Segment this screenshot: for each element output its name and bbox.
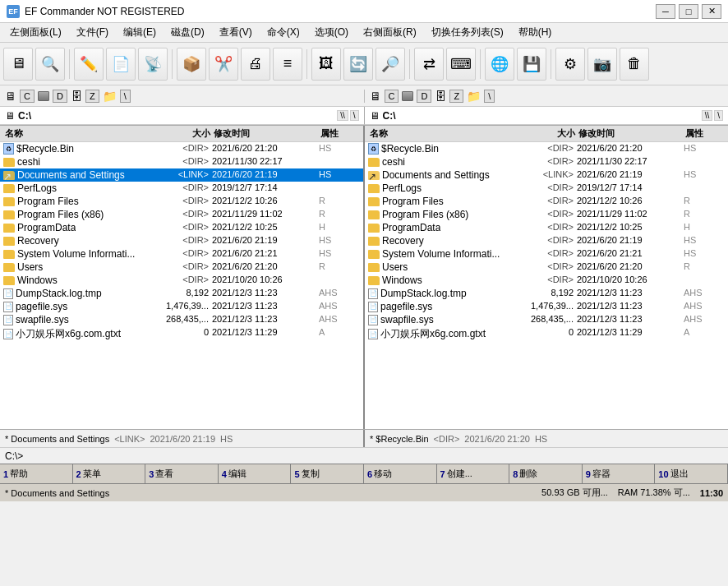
right-drive-d[interactable]: D (417, 90, 431, 103)
fkey-label: 创建... (447, 468, 472, 480)
file-row[interactable]: 📄pagefile.sys1,476,39...2021/12/3 11:23A… (0, 300, 363, 313)
file-row[interactable]: 📄swapfile.sys268,435,...2021/12/3 11:23A… (365, 313, 728, 326)
left-status-link: <LINK> (114, 434, 145, 444)
fkey-3[interactable]: 3查看 (145, 464, 219, 483)
file-row[interactable]: ceshi<DIR>2021/11/30 22:17 (365, 155, 728, 168)
right-panel-header[interactable]: 名称 大小 修改时间 属性 (365, 126, 728, 142)
file-row[interactable]: Program Files (x86)<DIR>2021/11/29 11:02… (0, 208, 363, 221)
path-status-text: C:\> (5, 450, 23, 462)
file-row[interactable]: Users<DIR>2021/6/20 21:20R (365, 261, 728, 274)
fkey-1[interactable]: 1帮助 (0, 464, 73, 483)
fkey-8[interactable]: 8删除 (509, 464, 583, 483)
file-size-cell: 268,435,... (146, 314, 212, 325)
file-name-cell: 📄小刀娱乐网x6g.com.gtxt (3, 327, 146, 341)
toolbar-btn-search[interactable]: 🔍 (35, 48, 65, 81)
toolbar-btn-compare[interactable]: ⇄ (414, 48, 444, 81)
file-icon: 📄 (3, 288, 13, 299)
file-row[interactable]: Recovery<DIR>2021/6/20 21:19HS (365, 234, 728, 247)
file-row[interactable]: Program Files<DIR>2021/12/2 10:26R (0, 195, 363, 208)
file-row[interactable]: System Volume Informati...<DIR>2021/6/20… (0, 247, 363, 261)
menu-item-command[interactable]: 命令(X) (260, 24, 306, 41)
toolbar-btn-terminal[interactable]: ⌨ (446, 48, 476, 81)
toolbar-btn-new-file[interactable]: 📄 (106, 48, 136, 81)
fkey-5[interactable]: 5复制 (291, 464, 364, 483)
file-row[interactable]: Windows<DIR>2021/10/20 10:26 (365, 274, 728, 287)
right-nav-up[interactable]: \ (714, 110, 723, 121)
file-row[interactable]: 📄小刀娱乐网x6g.com.gtxt02021/12/3 11:29A (365, 326, 728, 342)
file-size-cell: <DIR> (146, 248, 212, 260)
toolbar-btn-refresh[interactable]: 🔄 (343, 48, 373, 81)
file-attr-cell: R (684, 209, 725, 220)
toolbar-btn-edit[interactable]: ✏️ (74, 48, 104, 81)
right-drive-z[interactable]: Z (449, 90, 463, 103)
file-date-cell: 2021/6/20 21:19 (212, 169, 319, 181)
file-row[interactable]: ProgramData<DIR>2021/12/2 10:25H (365, 221, 728, 234)
file-row[interactable]: ↗Documents and Settings<LINK>2021/6/20 2… (365, 168, 728, 182)
toolbar-btn-settings[interactable]: ⚙ (555, 48, 585, 81)
menu-item-help[interactable]: 帮助(H) (512, 24, 559, 41)
left-drive-c[interactable]: C (20, 90, 35, 103)
fkey-7[interactable]: 7创建... (437, 464, 510, 483)
file-row[interactable]: Program Files (x86)<DIR>2021/11/29 11:02… (365, 208, 728, 221)
toolbar-btn-preview[interactable]: 🖼 (311, 48, 341, 81)
menu-item-view[interactable]: 查看(V) (213, 24, 259, 41)
right-drive-backslash[interactable]: \ (484, 90, 495, 103)
file-row[interactable]: ♻$Recycle.Bin<DIR>2021/6/20 21:20HS (0, 142, 363, 155)
menu-item-file[interactable]: 文件(F) (70, 24, 115, 41)
file-row[interactable]: Windows<DIR>2021/10/20 10:26 (0, 274, 363, 287)
fkey-4[interactable]: 4编辑 (219, 464, 292, 483)
file-row[interactable]: ↗Documents and Settings<LINK>2021/6/20 2… (0, 168, 363, 182)
file-row[interactable]: 📄DumpStack.log.tmp8,1922021/12/3 11:23AH… (0, 287, 363, 300)
file-row[interactable]: PerfLogs<DIR>2019/12/7 17:14 (365, 182, 728, 195)
left-drive-d[interactable]: D (53, 90, 67, 103)
folder-icon (368, 158, 380, 167)
menu-item-right-panel[interactable]: 右侧面板(R) (357, 24, 423, 41)
file-row[interactable]: System Volume Informati...<DIR>2021/6/20… (365, 247, 728, 261)
file-row[interactable]: Recovery<DIR>2021/6/20 21:19HS (0, 234, 363, 247)
left-nav-root[interactable]: \\ (337, 110, 348, 121)
toolbar-btn-save[interactable]: 💾 (517, 48, 546, 81)
toolbar-btn-archive[interactable]: 📦 (177, 48, 206, 81)
fkey-9[interactable]: 9容器 (583, 464, 656, 483)
file-date-cell: 2021/10/20 10:26 (577, 275, 684, 286)
minimize-button[interactable]: ─ (656, 4, 675, 19)
recycle-icon: ♻ (3, 143, 14, 155)
right-nav-root[interactable]: \\ (702, 110, 713, 121)
toolbar-btn-print[interactable]: 🖨 (241, 48, 270, 81)
close-button[interactable]: ✕ (702, 4, 721, 19)
left-nav-up[interactable]: \ (350, 110, 359, 121)
file-row[interactable]: Users<DIR>2021/6/20 21:20R (0, 261, 363, 274)
toolbar-btn-network[interactable]: 🌐 (485, 48, 514, 81)
file-row[interactable]: ♻$Recycle.Bin<DIR>2021/6/20 21:20HS (365, 142, 728, 155)
file-row[interactable]: ProgramData<DIR>2021/12/2 10:25H (0, 221, 363, 234)
file-row[interactable]: Program Files<DIR>2021/12/2 10:26R (365, 195, 728, 208)
file-row[interactable]: 📄pagefile.sys1,476,39...2021/12/3 11:23A… (365, 300, 728, 313)
toolbar-btn-list[interactable]: ≡ (273, 48, 302, 81)
statusbar: * Documents and Settings <LINK> 2021/6/2… (0, 429, 728, 447)
file-row[interactable]: ceshi<DIR>2021/11/30 22:17 (0, 155, 363, 168)
toolbar-btn-camera[interactable]: 📷 (587, 48, 617, 81)
toolbar-btn-find[interactable]: 🔎 (376, 48, 405, 81)
file-row[interactable]: 📄小刀娱乐网x6g.com.gtxt02021/12/3 11:29A (0, 326, 363, 342)
file-row[interactable]: PerfLogs<DIR>2019/12/7 17:14 (0, 182, 363, 195)
toolbar-btn-cut[interactable]: ✂️ (209, 48, 238, 81)
maximize-button[interactable]: □ (679, 4, 698, 19)
toolbar-btn-trash[interactable]: 🗑 (620, 48, 649, 81)
left-panel-header[interactable]: 名称 大小 修改时间 属性 (0, 126, 363, 142)
toolbar-btn-ftp[interactable]: 📡 (138, 48, 168, 81)
fkey-2[interactable]: 2菜单 (73, 464, 146, 483)
toolbar-btn-drive[interactable]: 🖥 (3, 48, 33, 81)
fkey-6[interactable]: 6移动 (364, 464, 437, 483)
menu-item-switch-list[interactable]: 切换任务列表(S) (425, 24, 510, 41)
file-attr-cell: H (319, 222, 360, 233)
menu-item-options[interactable]: 选项(O) (308, 24, 355, 41)
menu-item-left-panel[interactable]: 左侧面板(L) (3, 24, 68, 41)
right-drive-c[interactable]: C (385, 90, 399, 103)
file-row[interactable]: 📄DumpStack.log.tmp8,1922021/12/3 11:23AH… (365, 287, 728, 300)
left-drive-z[interactable]: Z (85, 90, 99, 103)
fkey-10[interactable]: 10退出 (655, 464, 728, 483)
menu-item-edit[interactable]: 编辑(E) (117, 24, 163, 41)
left-drive-backslash[interactable]: \ (120, 90, 131, 103)
file-row[interactable]: 📄swapfile.sys268,435,...2021/12/3 11:23A… (0, 313, 363, 326)
menu-item-disk[interactable]: 磁盘(D) (164, 24, 211, 41)
